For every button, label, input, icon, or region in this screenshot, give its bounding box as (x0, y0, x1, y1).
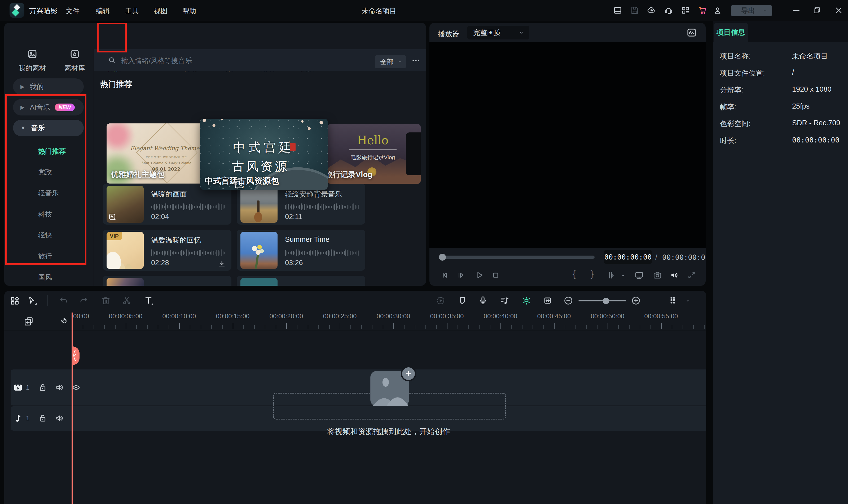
sidebar-item-party[interactable]: 党政 (38, 167, 52, 177)
volume-icon[interactable] (669, 270, 679, 280)
zoom-out-icon[interactable] (563, 295, 574, 306)
info-label: 项目名称: (720, 51, 751, 61)
carousel: Elegant Wedding Themes FOR THE WEDDING O… (94, 92, 426, 195)
select-tool-icon[interactable] (27, 295, 37, 306)
music-thumbnail (107, 278, 144, 286)
ruler-divider (4, 330, 706, 330)
timeline-zoom-handle[interactable] (603, 298, 609, 304)
text-tool-icon[interactable] (143, 295, 154, 306)
render-preview-icon[interactable] (435, 295, 446, 306)
download-icon[interactable] (218, 259, 226, 268)
audio-sidebar: ▶ 我的 ▶ AI音乐 NEW ▼ 音乐 热门推荐 党政 轻音乐 科技 轻快 旅… (4, 49, 93, 286)
video-track-lock-icon[interactable] (38, 382, 48, 393)
fullscreen-icon[interactable] (687, 270, 697, 280)
snapshot-camera-icon[interactable] (652, 270, 662, 280)
cloud-sync-icon[interactable] (646, 5, 656, 15)
menu-file[interactable]: 文件 (61, 6, 84, 16)
menu-help[interactable]: 帮助 (178, 6, 201, 16)
ruler-tick-minor (158, 325, 158, 329)
undo-icon[interactable] (58, 295, 69, 306)
mark-out-button[interactable]: } (591, 269, 593, 279)
record-voiceover-icon[interactable] (478, 295, 488, 306)
save-icon[interactable] (630, 5, 639, 15)
audio-track-lock-icon[interactable] (38, 413, 48, 423)
timeline-zoom-slider[interactable] (578, 300, 626, 301)
export-chevron-down-icon[interactable] (762, 7, 768, 14)
quality-dropdown[interactable]: 完整画质 (467, 26, 530, 39)
sidebar-item-tech[interactable]: 科技 (38, 210, 52, 219)
sidebar-item-upbeat[interactable]: 轻快 (38, 230, 52, 240)
sidebar-group-ai-music[interactable]: ▶ AI音乐 NEW (13, 99, 84, 115)
player-panel: 播放器 完整画质 00:00:00:00 / 00:00:00:00 { } (429, 23, 706, 286)
music-card[interactable]: Summer Time 03:26 (237, 230, 365, 271)
cart-icon[interactable] (698, 5, 708, 15)
video-track-mute-icon[interactable] (55, 382, 65, 393)
carousel-card-travel-vlog[interactable]: Hello 电影旅行记录Vlog 旅行记录Vlog (328, 124, 421, 184)
media-bin-icon[interactable] (10, 295, 20, 306)
playhead-line[interactable] (72, 312, 73, 504)
marker-icon[interactable] (457, 295, 468, 306)
menu-edit[interactable]: 编辑 (91, 6, 115, 16)
ruler-tick-major (608, 323, 608, 329)
close-button[interactable] (834, 5, 844, 15)
info-value: 未命名项目 (792, 51, 828, 61)
split-preview-icon[interactable] (606, 270, 616, 280)
mark-in-button[interactable]: { (573, 269, 575, 279)
menu-tools[interactable]: 工具 (120, 6, 144, 16)
playhead-handle[interactable] (73, 346, 80, 365)
previous-frame-button[interactable] (440, 270, 450, 280)
sidebar-item-travel[interactable]: 旅行 (38, 252, 52, 261)
player-seekbar[interactable] (439, 256, 594, 259)
plus-icon (405, 370, 412, 377)
chevron-down-icon[interactable] (620, 272, 626, 278)
redo-icon[interactable] (79, 295, 89, 306)
more-options-icon[interactable] (411, 57, 421, 64)
caret-right-icon: ▶ (20, 84, 24, 90)
tab-project-info[interactable]: 项目信息 (714, 23, 748, 42)
scope-view-icon[interactable] (686, 27, 697, 38)
ruler-tick-major (286, 323, 287, 329)
support-headset-icon[interactable] (664, 5, 673, 15)
export-button[interactable]: 导出 (731, 5, 772, 16)
filter-dropdown[interactable]: 全部 (375, 55, 406, 68)
sidebar-item-guofeng[interactable]: 国风 (38, 273, 52, 282)
split-scissors-icon[interactable] (121, 295, 132, 306)
fit-timeline-icon[interactable] (542, 295, 553, 306)
snap-highlight-icon[interactable] (521, 295, 532, 306)
stop-button[interactable] (491, 270, 501, 280)
audio-track-mute-icon[interactable] (55, 413, 65, 423)
ruler-tick-minor (704, 325, 705, 329)
music-card[interactable]: VIP 温馨温暖的回忆 02:28 (103, 230, 231, 271)
project-title: 未命名项目 (362, 6, 396, 16)
music-card[interactable]: 轻缓安静背景音乐 02:11 (237, 183, 365, 224)
track-manager-caret-icon[interactable] (686, 299, 690, 304)
layout-panel-icon[interactable] (613, 5, 622, 15)
zoom-in-icon[interactable] (630, 295, 641, 306)
display-device-icon[interactable] (634, 270, 644, 280)
add-media-plus-badge[interactable] (401, 366, 416, 381)
menu-view[interactable]: 视图 (149, 6, 172, 16)
music-card-partial[interactable] (103, 276, 231, 286)
sidebar-group-music[interactable]: ▼ 音乐 (13, 120, 84, 136)
timeline-ruler[interactable]: 00:0000:00:05:0000:00:10:0000:00:15:0000… (4, 312, 706, 330)
player-seek-handle[interactable] (439, 254, 446, 260)
sidebar-group-mine[interactable]: ▶ 我的 (13, 78, 84, 95)
minimize-button[interactable] (792, 5, 801, 15)
chevron-down-icon (397, 59, 403, 65)
user-account-icon[interactable] (713, 5, 722, 15)
play-button[interactable] (474, 270, 485, 280)
sidebar-item-light-music[interactable]: 轻音乐 (38, 188, 59, 198)
track-manager-icon[interactable] (668, 295, 678, 306)
apps-grid-icon[interactable] (681, 5, 690, 15)
search-input[interactable]: 输入情绪/风格等搜音乐 (121, 56, 192, 66)
restore-window-button[interactable] (812, 5, 821, 15)
chevron-down-icon (518, 30, 524, 36)
carousel-card-chinese-palace[interactable]: 中式宫廷 古风资源包 中式宫廷古风资源包 (200, 119, 328, 190)
info-label: 时长: (720, 136, 737, 145)
delete-icon[interactable] (101, 295, 111, 306)
beat-detect-icon[interactable] (499, 295, 510, 306)
sidebar-item-hot[interactable]: 热门推荐 (38, 147, 66, 156)
next-frame-button[interactable] (456, 270, 467, 280)
music-card[interactable]: 温暖的画面 02:04 (103, 183, 231, 224)
music-card-partial[interactable] (237, 276, 365, 286)
